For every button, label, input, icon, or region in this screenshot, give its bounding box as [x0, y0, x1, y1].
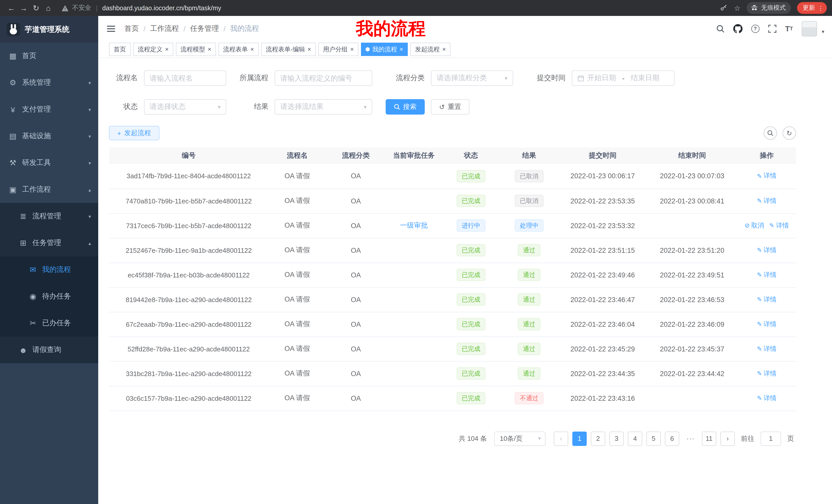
cell-actions: ✎详情 [737, 312, 796, 337]
process-name-input[interactable] [150, 74, 220, 82]
cell-submit-time: 2022-01-23 00:06:17 [558, 164, 647, 189]
result-select[interactable]: 请选择流结果 ▾ [275, 99, 372, 115]
row-detail-link[interactable]: ✎详情 [757, 394, 777, 402]
sidebar-item-my-process[interactable]: ✉我的流程 [0, 256, 98, 283]
tab[interactable]: 我的流程× [361, 43, 408, 56]
breadcrumb-item[interactable]: 工作流程 [150, 24, 179, 33]
cell-current-task: 一级审批 [386, 213, 442, 238]
page-button[interactable]: 1 [572, 431, 587, 446]
sidebar-item-system[interactable]: ⚙系统管理▾ [0, 69, 98, 96]
tab[interactable]: 首页 [109, 43, 131, 56]
sidebar-item-infrastructure[interactable]: ▤基础设施▾ [0, 123, 98, 149]
row-detail-link[interactable]: ✎详情 [757, 246, 777, 255]
close-icon[interactable]: × [350, 46, 354, 52]
close-icon[interactable]: × [165, 46, 169, 52]
category-select[interactable]: 请选择流程分类 ▾ [431, 71, 513, 86]
row-detail-link[interactable]: ✎详情 [757, 344, 777, 353]
help-icon[interactable]: ? [751, 24, 759, 33]
tab[interactable]: 流程模型× [176, 43, 216, 56]
status-select[interactable]: 请选择状态 ▾ [144, 99, 226, 115]
fullscreen-icon[interactable] [768, 24, 776, 33]
sidebar-item-todo-tasks[interactable]: ◉待办任务 [0, 283, 98, 310]
sidebar-item-process-management[interactable]: ≣流程管理▾ [0, 203, 98, 230]
row-detail-link[interactable]: ✎详情 [757, 369, 777, 378]
page-button[interactable]: 4 [628, 431, 642, 446]
browser-home-icon[interactable]: ⌂ [42, 4, 54, 12]
tab[interactable]: 发起流程× [410, 43, 450, 56]
user-avatar[interactable] [802, 21, 817, 36]
action-label: 详情 [763, 246, 777, 255]
bookmark-star-icon[interactable]: ☆ [734, 4, 740, 12]
more-pages-button[interactable]: ··· [683, 431, 698, 446]
sidebar-item-payment[interactable]: ¥支付管理▾ [0, 96, 98, 123]
row-cancel-link[interactable]: ⊘取消 [745, 221, 764, 230]
search-toggle-button[interactable] [763, 127, 777, 140]
edit-icon: ✎ [757, 345, 762, 353]
github-icon[interactable] [733, 24, 742, 33]
page-size-select[interactable]: 10条/页▾ [494, 431, 546, 446]
page-button[interactable]: 11 [702, 431, 716, 446]
hamburger-icon[interactable] [106, 23, 116, 34]
close-icon[interactable]: × [251, 46, 254, 52]
cell-status: 已完成 [442, 238, 500, 262]
edit-icon: ✎ [757, 271, 762, 278]
process-table: 编号流程名流程分类当前审批任务状态结果提交时间结束时间操作 3ad174fb-7… [109, 147, 796, 411]
tab[interactable]: 流程表单-编辑× [261, 43, 316, 56]
create-process-button[interactable]: + 发起流程 [109, 126, 159, 140]
key-icon[interactable] [720, 4, 728, 12]
cell-current-task [386, 262, 442, 287]
browser-back-icon[interactable]: ← [5, 4, 18, 12]
close-icon[interactable]: × [399, 46, 403, 52]
row-detail-link[interactable]: ✎详情 [757, 271, 777, 279]
row-detail-link[interactable]: ✎详情 [769, 221, 789, 230]
close-icon[interactable]: × [308, 46, 311, 52]
tab-label: 流程模型 [181, 45, 205, 54]
app-logo[interactable]: 芋道管理系统 [0, 16, 98, 43]
tab[interactable]: 流程表单× [218, 43, 259, 56]
tab[interactable]: 用户分组× [318, 43, 358, 56]
breadcrumb-item[interactable]: 首页 [125, 24, 139, 33]
browser-menu-icon[interactable]: ⋮ [817, 4, 824, 11]
goto-page-input[interactable] [760, 431, 781, 446]
page-button[interactable]: 3 [609, 431, 624, 446]
sidebar-item-leave-query[interactable]: ☻请假查询 [0, 337, 98, 363]
row-detail-link[interactable]: ✎详情 [757, 172, 777, 180]
font-size-icon[interactable]: TT [785, 24, 793, 33]
tab[interactable]: 流程定义× [133, 43, 173, 56]
page-button[interactable]: 6 [665, 431, 679, 446]
sidebar-item-workflow[interactable]: ▣工作流程▴ [0, 176, 98, 203]
reset-button[interactable]: ↺ 重置 [431, 99, 469, 115]
close-icon[interactable]: × [208, 46, 211, 52]
search-icon[interactable] [716, 24, 724, 33]
sidebar-item-done-tasks[interactable]: ✂已办任务 [0, 310, 98, 337]
sidebar-item-home[interactable]: ▦首页 [0, 43, 98, 69]
next-page-button[interactable]: › [721, 431, 735, 446]
incognito-label: 无痕模式 [761, 4, 786, 12]
row-detail-link[interactable]: ✎详情 [757, 295, 777, 304]
dashboard-icon: ▦ [8, 51, 18, 61]
cell-result: 通过 [500, 337, 558, 361]
address-bar[interactable]: 不安全 | dashboard.yudao.iocoder.cn/bpm/tas… [62, 4, 720, 12]
current-task-link[interactable]: 一级审批 [400, 221, 428, 229]
search-button[interactable]: 搜索 [386, 99, 425, 115]
prev-page-button[interactable]: ‹ [554, 431, 568, 446]
row-detail-link[interactable]: ✎详情 [757, 320, 777, 329]
close-icon[interactable]: × [442, 46, 446, 52]
row-detail-link[interactable]: ✎详情 [757, 197, 777, 205]
date-range-picker[interactable]: 开始日期 - 结束日期 [572, 71, 675, 86]
status-badge: 已完成 [457, 244, 486, 256]
chevron-down-icon[interactable]: ▾ [822, 29, 824, 36]
refresh-table-button[interactable]: ↻ [783, 127, 796, 140]
process-def-input[interactable] [280, 74, 367, 82]
breadcrumb-item[interactable]: 任务管理 [190, 24, 219, 33]
process-def-label: 所属流程 [240, 74, 275, 83]
browser-forward-icon[interactable]: → [18, 4, 30, 12]
browser-refresh-icon[interactable]: ↻ [30, 3, 42, 12]
sidebar-item-devtools[interactable]: ⚒研发工具▾ [0, 149, 98, 176]
page-button[interactable]: 5 [646, 431, 661, 446]
update-button[interactable]: 更新 ⋮ [797, 2, 827, 14]
page-button[interactable]: 2 [591, 431, 605, 446]
sidebar-item-task-management[interactable]: ⊞任务管理▴ [0, 230, 98, 256]
viewport: ← → ↻ ⌂ 不安全 | dashboard.yudao.iocoder.cn… [0, 0, 832, 504]
cell-current-task [386, 164, 442, 189]
